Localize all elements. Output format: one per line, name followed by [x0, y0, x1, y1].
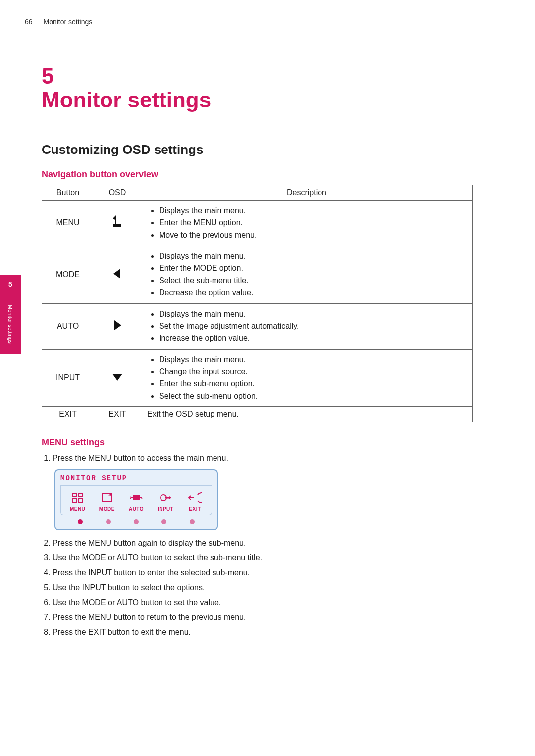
svg-rect-5	[133, 496, 139, 500]
osd-item-label: AUTO	[121, 506, 151, 512]
input-plug-icon	[159, 497, 172, 505]
osd-icon-cell	[94, 349, 141, 407]
indicator-dot	[161, 519, 166, 524]
desc-item: Select the sub-menu option.	[159, 391, 466, 402]
page-number: 66	[25, 18, 33, 26]
triangle-down-icon	[110, 370, 124, 384]
osd-panel-title: MONITOR SETUP	[60, 474, 212, 486]
desc-item: Select the sub-menu title.	[159, 275, 466, 286]
col-osd: OSD	[94, 185, 141, 200]
side-tab-number: 5	[0, 280, 21, 288]
button-label: MODE	[42, 246, 94, 303]
desc-item: Displays the main menu.	[159, 251, 466, 262]
desc-item: Enter the MENU option.	[159, 217, 466, 228]
osd-icon-cell	[94, 303, 141, 349]
list-item: Press the MENU button to return to the p…	[53, 611, 482, 623]
list-item: Use the MODE or AUTO button to select th…	[53, 552, 482, 564]
desc-item: Decrease the option value.	[159, 287, 466, 298]
table-row: AUTO Displays the main menu. Set the ima…	[42, 303, 473, 349]
list-item: Press the MENU button again to display t…	[53, 537, 482, 549]
svg-rect-1	[78, 493, 82, 497]
navigation-button-table: Button OSD Description MENU	[42, 185, 473, 422]
document-page: 66 Monitor settings 5 Monitor settings 5…	[0, 0, 535, 756]
button-label: EXIT	[42, 407, 94, 422]
osd-item-auto: AUTO	[121, 492, 151, 512]
svg-rect-4	[102, 494, 112, 502]
description-cell: Displays the main menu. Enter the MODE o…	[141, 246, 473, 303]
chapter-side-tab: 5 Monitor settings	[0, 275, 21, 354]
menu-settings-heading: MENU settings	[42, 437, 482, 448]
nav-table-heading: Navigation button overview	[42, 169, 482, 180]
menu-steps-list: Press the MENU button to access the main…	[42, 453, 482, 464]
osd-item-mode: MODE	[92, 492, 121, 512]
exit-arrow-icon	[188, 497, 202, 505]
desc-item: Displays the main menu.	[159, 205, 466, 216]
osd-icon-cell	[94, 246, 141, 303]
col-button: Button	[42, 185, 94, 200]
description-cell: Exit the OSD setup menu.	[141, 407, 473, 422]
list-item: Press the MENU button to access the main…	[53, 453, 482, 464]
osd-item-label: EXIT	[180, 506, 210, 512]
triangle-right-icon	[110, 318, 124, 332]
desc-item: Displays the main menu.	[159, 354, 466, 365]
table-row: MENU Displays the main menu. Enter the M…	[42, 200, 473, 246]
desc-item: Move to the previous menu.	[159, 230, 466, 241]
svg-rect-3	[78, 499, 82, 502]
table-row: INPUT Displays the main menu. Change the…	[42, 349, 473, 407]
button-label: INPUT	[42, 349, 94, 407]
auto-adjust-icon	[129, 497, 143, 505]
desc-item: Change the input source.	[159, 366, 466, 377]
indicator-dot	[78, 519, 83, 524]
side-tab-label: Monitor settings	[7, 305, 13, 344]
svg-rect-0	[72, 493, 76, 497]
desc-item: Set the image adjustment automatically.	[159, 321, 466, 332]
running-title: Monitor settings	[43, 18, 92, 26]
osd-item-label: MENU	[63, 506, 92, 512]
svg-rect-2	[72, 499, 76, 502]
menu-glyph-icon	[110, 215, 124, 229]
menu-steps-list-cont: Press the MENU button again to display t…	[42, 537, 482, 638]
osd-panel: MONITOR SETUP MENU MODE	[54, 469, 218, 530]
osd-icons-row: MENU MODE AUTO	[60, 486, 212, 515]
osd-item-label: MODE	[92, 506, 121, 512]
osd-item-menu: MENU	[63, 492, 92, 512]
desc-item: Increase the option value.	[159, 333, 466, 344]
running-header: 66 Monitor settings	[25, 18, 92, 26]
table-header-row: Button OSD Description	[42, 185, 473, 200]
section-title: Customizing OSD settings	[42, 142, 482, 157]
osd-icon-cell	[94, 200, 141, 246]
button-label: AUTO	[42, 303, 94, 349]
list-item: Use the MODE or AUTO button to set the v…	[53, 597, 482, 608]
col-description: Description	[141, 185, 473, 200]
osd-item-label: INPUT	[151, 506, 180, 512]
osd-text-cell: EXIT	[94, 407, 141, 422]
menu-settings-section: MENU settings Press the MENU button to a…	[42, 437, 482, 638]
description-cell: Displays the main menu. Enter the MENU o…	[141, 200, 473, 246]
description-cell: Displays the main menu. Change the input…	[141, 349, 473, 407]
osd-setup-figure: MONITOR SETUP MENU MODE	[54, 469, 218, 530]
indicator-dot	[190, 519, 195, 524]
osd-item-exit: EXIT	[180, 492, 210, 512]
indicator-dot	[134, 519, 139, 524]
table-row: EXIT EXIT Exit the OSD setup menu.	[42, 407, 473, 422]
osd-indicator-dots	[60, 515, 212, 529]
list-item: Use the INPUT button to select the optio…	[53, 582, 482, 594]
triangle-left-icon	[110, 267, 124, 281]
menu-grid-icon	[71, 497, 85, 505]
list-item: Press the INPUT button to enter the sele…	[53, 567, 482, 579]
desc-item: Enter the MODE option.	[159, 263, 466, 274]
button-label: MENU	[42, 200, 94, 246]
mode-frame-icon	[100, 497, 114, 505]
table-row: MODE Displays the main menu. Enter the M…	[42, 246, 473, 303]
chapter-number: 5	[42, 64, 482, 88]
list-item: Press the EXIT button to exit the menu.	[53, 626, 482, 638]
desc-item: Displays the main menu.	[159, 309, 466, 320]
desc-item: Enter the sub-menu option.	[159, 378, 466, 389]
indicator-dot	[106, 519, 111, 524]
page-content: 5 Monitor settings Customizing OSD setti…	[42, 64, 482, 641]
chapter-title: Monitor settings	[42, 88, 482, 112]
osd-item-input: INPUT	[151, 492, 180, 512]
description-cell: Displays the main menu. Set the image ad…	[141, 303, 473, 349]
